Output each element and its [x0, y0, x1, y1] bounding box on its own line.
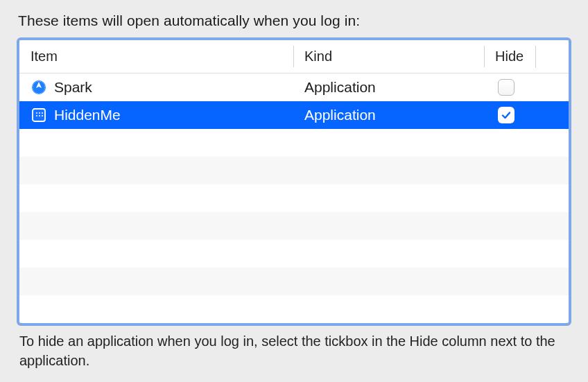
hide-cell: [484, 79, 569, 96]
table-header-row: Item Kind Hide: [19, 40, 569, 73]
svg-rect-2: [33, 109, 45, 121]
hide-cell: [484, 107, 569, 123]
column-header-item[interactable]: Item: [19, 40, 293, 73]
table-body: SparkApplicationHiddenMeApplication: [19, 73, 569, 323]
svg-point-4: [39, 112, 40, 114]
intro-text: These items will open automatically when…: [18, 12, 571, 29]
hide-checkbox[interactable]: [498, 79, 514, 96]
hiddenme-app-icon: [31, 107, 46, 123]
table-row[interactable]: HiddenMeApplication: [19, 101, 569, 129]
column-header-spacer: [535, 40, 552, 73]
checkmark-icon: [501, 110, 512, 121]
item-cell: Spark: [19, 79, 293, 96]
kind-cell: Application: [293, 107, 484, 123]
item-name: Spark: [54, 79, 92, 96]
empty-row: [19, 295, 569, 323]
empty-row: [19, 157, 569, 184]
svg-point-5: [42, 112, 43, 114]
svg-point-6: [36, 115, 37, 116]
table-row[interactable]: SparkApplication: [19, 73, 569, 101]
hiddenme-icon: [31, 107, 47, 123]
empty-row: [19, 240, 569, 268]
svg-point-3: [36, 112, 37, 114]
item-name: HiddenMe: [54, 107, 121, 123]
svg-point-8: [42, 115, 43, 116]
spark-icon: [31, 79, 47, 96]
empty-row: [19, 212, 569, 240]
column-header-hide[interactable]: Hide: [484, 40, 569, 73]
column-header-kind[interactable]: Kind: [293, 40, 484, 73]
empty-row: [19, 129, 569, 157]
spark-app-icon: [31, 80, 46, 95]
svg-point-7: [39, 115, 40, 116]
empty-row: [19, 268, 569, 295]
hide-checkbox[interactable]: [498, 107, 514, 123]
caption-text: To hide an application when you log in, …: [19, 331, 569, 370]
empty-row: [19, 184, 569, 212]
item-cell: HiddenMe: [19, 107, 293, 123]
login-items-table: Item Kind Hide SparkApplicationHiddenMeA…: [17, 37, 571, 326]
kind-cell: Application: [293, 79, 484, 96]
